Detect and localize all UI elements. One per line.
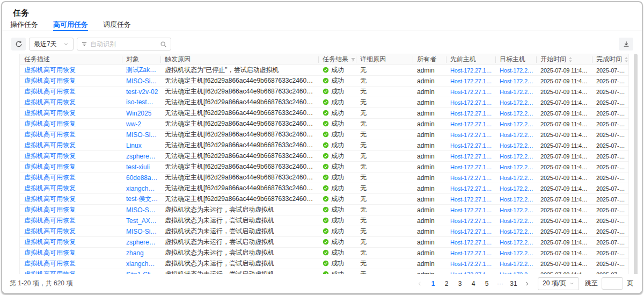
prev-host-link[interactable]: Host-172.27.1.30 — [450, 78, 493, 84]
task-desc-link[interactable]: 虚拟机高可用恢复 — [24, 76, 76, 85]
task-desc-link[interactable]: 虚拟机高可用恢复 — [24, 87, 76, 96]
prev-host-link[interactable]: Host-172.27.1.30 — [450, 132, 493, 138]
object-link[interactable]: 60de88a14... — [126, 174, 158, 182]
page-size-select[interactable]: 20 项/页 — [538, 277, 579, 290]
target-host-link[interactable]: Host-172.27... — [500, 218, 534, 224]
prev-host-link[interactable]: Host-172.27.1.30 — [450, 110, 493, 117]
page-number-4[interactable]: 4 — [469, 278, 478, 290]
prev-host-link[interactable]: Host-172.27.1.30 — [450, 175, 493, 181]
tab-2[interactable]: 高可用任务 — [53, 19, 88, 31]
page-number-3[interactable]: 3 — [455, 278, 465, 290]
date-range-select[interactable]: 最近7天 — [29, 38, 74, 51]
tab-1[interactable]: 操作任务 — [10, 19, 38, 31]
target-host-link[interactable]: Host-172.27... — [500, 78, 534, 84]
trigger-reason: 虚拟机状态为未运行，尝试启动虚拟机 — [165, 217, 274, 224]
prev-host-link[interactable]: Host-172.27.1.30 — [450, 99, 493, 106]
prev-host-link[interactable]: Host-172.27.1.30 — [450, 153, 493, 160]
jump-page-input[interactable] — [602, 277, 623, 290]
page-number-1[interactable]: 1 — [428, 278, 438, 290]
filter-funnel-icon[interactable] — [350, 57, 356, 62]
task-desc-link[interactable]: 虚拟机高可用恢复 — [24, 205, 76, 214]
target-host-link[interactable]: Host-172.27... — [500, 164, 534, 170]
task-desc-link[interactable]: 虚拟机高可用恢复 — [24, 130, 76, 139]
prev-host-link[interactable]: Host-172.27.1.30 — [450, 67, 493, 74]
object-link[interactable]: test-v2v-02 — [126, 88, 158, 96]
export-button[interactable] — [619, 38, 633, 51]
prev-host-link[interactable]: Host-172.27.1.32 — [450, 250, 493, 256]
task-desc-link[interactable]: 虚拟机高可用恢复 — [24, 195, 76, 204]
target-host-link[interactable]: Host-172.27... — [500, 142, 534, 149]
object-link[interactable]: Test_AX_Na... — [126, 217, 158, 225]
search-input[interactable] — [90, 40, 157, 48]
target-host-link[interactable]: Host-172.27... — [500, 67, 534, 74]
target-host-link[interactable]: Host-172.27... — [500, 228, 534, 235]
task-desc-link[interactable]: 虚拟机高可用恢复 — [24, 259, 76, 268]
prev-host-link[interactable]: Host-172.27.1.32 — [450, 218, 493, 224]
task-desc-link[interactable]: 虚拟机高可用恢复 — [24, 119, 76, 128]
target-host-link[interactable]: Host-172.27... — [500, 185, 534, 192]
task-desc-link[interactable]: 虚拟机高可用恢复 — [24, 66, 76, 75]
object-link[interactable]: MISO-Site1... — [126, 131, 158, 139]
refresh-button[interactable] — [11, 38, 26, 51]
target-host-link[interactable]: Host-172.27... — [500, 261, 534, 267]
prev-host-link[interactable]: Host-172.27.1.32 — [450, 261, 493, 267]
prev-host-link[interactable]: Host-172.27.1.30 — [450, 185, 493, 192]
task-desc-link[interactable]: 虚拟机高可用恢复 — [24, 141, 76, 150]
search-icon[interactable] — [160, 41, 167, 48]
page-number-31[interactable]: 31 — [509, 278, 518, 290]
tab-3[interactable]: 调度任务 — [103, 19, 131, 31]
object-link[interactable]: MISO-Serve... — [126, 206, 158, 214]
task-desc-link[interactable]: 虚拟机高可用恢复 — [24, 184, 76, 193]
prev-host-link[interactable]: Host-172.27.1.30 — [450, 121, 493, 127]
prev-host-link[interactable]: Host-172.27.1.32 — [450, 228, 493, 235]
prev-host-link[interactable]: Host-172.27.1.32 — [450, 239, 493, 246]
task-desc-link[interactable]: 虚拟机高可用恢复 — [24, 173, 76, 182]
object-link[interactable]: test-侯文静-... — [126, 195, 158, 204]
vertical-scrollbar[interactable] — [634, 54, 638, 276]
prev-host-link[interactable]: Host-172.27.1.32 — [450, 207, 493, 213]
object-link[interactable]: xiangcheng.... — [126, 260, 158, 268]
target-host-link[interactable]: Host-172.27... — [500, 132, 534, 138]
task-desc-link[interactable]: 虚拟机高可用恢复 — [24, 216, 76, 225]
task-desc-link[interactable]: 虚拟机高可用恢复 — [24, 238, 76, 247]
next-page-button[interactable] — [522, 278, 532, 290]
sort-carets-icon[interactable] — [624, 56, 628, 63]
task-desc-link[interactable]: 虚拟机高可用恢复 — [24, 162, 76, 171]
target-host-link[interactable]: Host-172.27... — [500, 175, 534, 181]
prev-host-link[interactable]: Host-172.27.1.30 — [450, 164, 493, 170]
prev-page-button[interactable] — [415, 278, 425, 290]
task-desc-link[interactable]: 虚拟机高可用恢复 — [24, 248, 76, 257]
prev-host-link[interactable]: Host-172.27.1.30 — [450, 142, 493, 149]
object-link[interactable]: ww-2 — [126, 120, 141, 128]
prev-host-link[interactable]: Host-172.27.1.30 — [450, 196, 493, 203]
object-link[interactable]: iso-test可删 — [126, 98, 158, 107]
task-desc-link[interactable]: 虚拟机高可用恢复 — [24, 109, 76, 118]
target-host-link[interactable]: Host-172.27... — [500, 110, 534, 117]
object-link[interactable]: Win2025 — [126, 110, 151, 117]
target-host-link[interactable]: Host-172.27... — [500, 153, 534, 160]
object-link[interactable]: zhang — [126, 249, 144, 257]
task-desc-link[interactable]: 虚拟机高可用恢复 — [24, 98, 76, 107]
target-host-link[interactable]: Host-172.27... — [500, 196, 534, 203]
target-host-link[interactable]: Host-172.27... — [500, 250, 534, 256]
object-link[interactable]: xiangcheng.... — [126, 185, 158, 192]
prev-host-link[interactable]: Host-172.27.1.30 — [450, 89, 493, 95]
target-host-link[interactable]: Host-172.27... — [500, 121, 534, 127]
object-link[interactable]: Linux — [126, 142, 142, 149]
target-host-link[interactable]: Host-172.27... — [500, 239, 534, 246]
page-number-list: 12345···31 — [428, 278, 518, 290]
target-host-link[interactable]: Host-172.27... — [500, 99, 534, 106]
sort-carets-icon[interactable] — [568, 56, 573, 63]
target-host-link[interactable]: Host-172.27... — [500, 207, 534, 213]
page-number-2[interactable]: 2 — [442, 278, 451, 290]
object-link[interactable]: test-xiuli — [126, 163, 150, 171]
object-link[interactable]: zspheremim... — [126, 239, 158, 246]
page-number-5[interactable]: 5 — [482, 278, 492, 290]
task-desc-link[interactable]: 虚拟机高可用恢复 — [24, 227, 76, 236]
task-desc-link[interactable]: 虚拟机高可用恢复 — [24, 152, 76, 161]
target-host-link[interactable]: Host-172.27... — [500, 89, 534, 95]
object-link[interactable]: MISO-Site2... — [126, 228, 158, 235]
object-link[interactable]: 测试Zaku集... — [126, 66, 158, 75]
object-link[interactable]: zspheremim... — [126, 153, 158, 160]
object-link[interactable]: MISO-Site2... — [126, 77, 158, 85]
